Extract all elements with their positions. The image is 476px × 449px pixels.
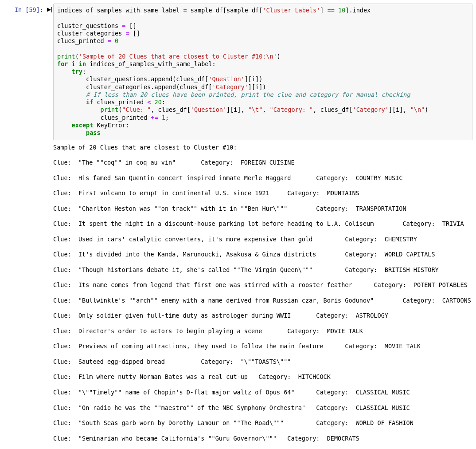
output-text: Sample of 20 Clues that are closest to C… [53,144,472,449]
input-prompt: In [59]: [4,4,47,13]
code-cell: In [59]: ▶| indices_of_samples_with_same… [4,4,472,140]
code-input-area[interactable]: indices_of_samples_with_same_label = sam… [53,4,472,140]
run-cell-icon[interactable]: ▶| [47,4,53,12]
output-cell: Sample of 20 Clues that are closest to C… [4,140,472,449]
code-text[interactable]: indices_of_samples_with_same_label = sam… [57,7,468,137]
